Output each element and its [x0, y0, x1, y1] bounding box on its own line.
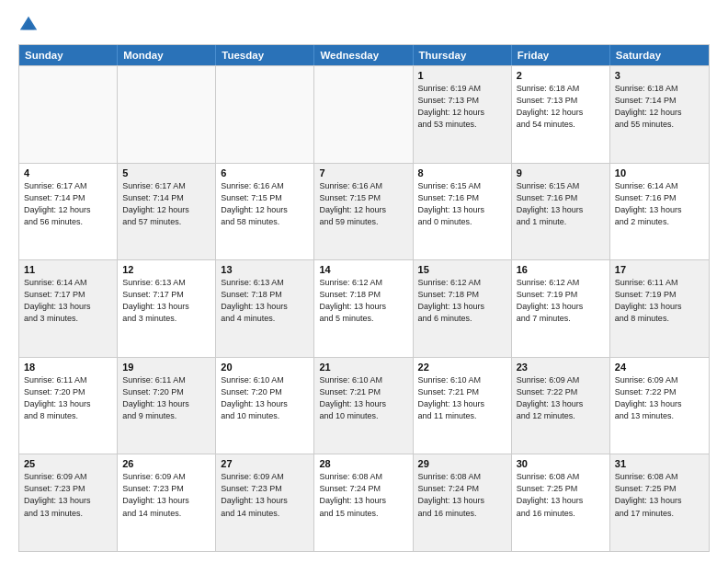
calendar-header-row: SundayMondayTuesdayWednesdayThursdayFrid… — [19, 45, 709, 65]
calendar-cell: 25Sunrise: 6:09 AM Sunset: 7:23 PM Dayli… — [19, 454, 118, 551]
cell-info: Sunrise: 6:09 AM Sunset: 7:22 PM Dayligh… — [517, 374, 605, 422]
day-header-friday: Friday — [512, 45, 610, 65]
calendar-cell: 31Sunrise: 6:08 AM Sunset: 7:25 PM Dayli… — [610, 454, 709, 551]
cell-info: Sunrise: 6:16 AM Sunset: 7:15 PM Dayligh… — [319, 180, 407, 228]
calendar-cell: 2Sunrise: 6:18 AM Sunset: 7:13 PM Daylig… — [512, 66, 610, 163]
cell-date: 4 — [24, 167, 112, 178]
calendar-cell: 30Sunrise: 6:08 AM Sunset: 7:25 PM Dayli… — [512, 454, 610, 551]
calendar-cell: 13Sunrise: 6:13 AM Sunset: 7:18 PM Dayli… — [216, 260, 314, 357]
cell-date: 21 — [319, 362, 407, 373]
cell-date: 26 — [122, 458, 210, 469]
cell-info: Sunrise: 6:17 AM Sunset: 7:14 PM Dayligh… — [122, 180, 210, 228]
cell-info: Sunrise: 6:08 AM Sunset: 7:24 PM Dayligh… — [319, 471, 407, 519]
cell-info: Sunrise: 6:09 AM Sunset: 7:23 PM Dayligh… — [24, 471, 112, 519]
cell-date: 31 — [615, 458, 704, 469]
cell-info: Sunrise: 6:10 AM Sunset: 7:21 PM Dayligh… — [319, 374, 407, 422]
calendar-cell: 7Sunrise: 6:16 AM Sunset: 7:15 PM Daylig… — [314, 164, 413, 260]
cell-date: 7 — [319, 167, 407, 178]
page: SundayMondayTuesdayWednesdayThursdayFrid… — [0, 0, 728, 563]
cell-date: 17 — [615, 264, 704, 275]
calendar-row-4: 25Sunrise: 6:09 AM Sunset: 7:23 PM Dayli… — [19, 454, 709, 551]
cell-date: 22 — [418, 362, 506, 373]
cell-date: 27 — [221, 458, 309, 469]
cell-info: Sunrise: 6:19 AM Sunset: 7:13 PM Dayligh… — [418, 83, 506, 131]
calendar-cell: 20Sunrise: 6:10 AM Sunset: 7:20 PM Dayli… — [216, 358, 314, 454]
cell-info: Sunrise: 6:09 AM Sunset: 7:23 PM Dayligh… — [122, 471, 210, 519]
calendar-cell: 29Sunrise: 6:08 AM Sunset: 7:24 PM Dayli… — [414, 454, 512, 551]
cell-date: 1 — [418, 70, 506, 81]
cell-date: 3 — [615, 70, 704, 81]
calendar-cell: 6Sunrise: 6:16 AM Sunset: 7:15 PM Daylig… — [216, 164, 314, 260]
cell-info: Sunrise: 6:10 AM Sunset: 7:21 PM Dayligh… — [418, 374, 506, 422]
calendar-cell: 1Sunrise: 6:19 AM Sunset: 7:13 PM Daylig… — [414, 66, 512, 163]
cell-date: 12 — [122, 264, 210, 275]
day-header-thursday: Thursday — [414, 45, 512, 65]
calendar-cell: 4Sunrise: 6:17 AM Sunset: 7:14 PM Daylig… — [19, 164, 118, 260]
cell-info: Sunrise: 6:08 AM Sunset: 7:25 PM Dayligh… — [615, 471, 704, 519]
cell-date: 29 — [418, 458, 506, 469]
cell-info: Sunrise: 6:16 AM Sunset: 7:15 PM Dayligh… — [221, 180, 309, 228]
cell-info: Sunrise: 6:12 AM Sunset: 7:18 PM Dayligh… — [319, 277, 407, 325]
calendar-cell: 14Sunrise: 6:12 AM Sunset: 7:18 PM Dayli… — [314, 260, 413, 357]
cell-date: 19 — [122, 362, 210, 373]
calendar-cell: 21Sunrise: 6:10 AM Sunset: 7:21 PM Dayli… — [314, 358, 413, 454]
logo — [18, 15, 42, 35]
cell-date: 30 — [517, 458, 605, 469]
cell-info: Sunrise: 6:09 AM Sunset: 7:23 PM Dayligh… — [221, 471, 309, 519]
cell-info: Sunrise: 6:11 AM Sunset: 7:20 PM Dayligh… — [122, 374, 210, 422]
cell-info: Sunrise: 6:09 AM Sunset: 7:22 PM Dayligh… — [615, 374, 704, 422]
cell-info: Sunrise: 6:12 AM Sunset: 7:18 PM Dayligh… — [418, 277, 506, 325]
cell-info: Sunrise: 6:11 AM Sunset: 7:19 PM Dayligh… — [615, 277, 704, 325]
cell-info: Sunrise: 6:10 AM Sunset: 7:20 PM Dayligh… — [221, 374, 309, 422]
day-header-sunday: Sunday — [19, 45, 118, 65]
cell-date: 18 — [24, 362, 112, 373]
cell-info: Sunrise: 6:08 AM Sunset: 7:24 PM Dayligh… — [418, 471, 506, 519]
cell-info: Sunrise: 6:15 AM Sunset: 7:16 PM Dayligh… — [517, 180, 605, 228]
cell-date: 9 — [517, 167, 605, 178]
calendar-row-3: 18Sunrise: 6:11 AM Sunset: 7:20 PM Dayli… — [19, 357, 709, 454]
calendar-cell: 19Sunrise: 6:11 AM Sunset: 7:20 PM Dayli… — [118, 358, 216, 454]
calendar-row-0: 1Sunrise: 6:19 AM Sunset: 7:13 PM Daylig… — [19, 65, 709, 163]
cell-info: Sunrise: 6:11 AM Sunset: 7:20 PM Dayligh… — [24, 374, 112, 422]
calendar-cell: 18Sunrise: 6:11 AM Sunset: 7:20 PM Dayli… — [19, 358, 118, 454]
calendar-cell: 27Sunrise: 6:09 AM Sunset: 7:23 PM Dayli… — [216, 454, 314, 551]
calendar-cell: 9Sunrise: 6:15 AM Sunset: 7:16 PM Daylig… — [512, 164, 610, 260]
calendar-cell: 23Sunrise: 6:09 AM Sunset: 7:22 PM Dayli… — [512, 358, 610, 454]
cell-date: 28 — [319, 458, 407, 469]
calendar-cell: 12Sunrise: 6:13 AM Sunset: 7:17 PM Dayli… — [118, 260, 216, 357]
cell-date: 15 — [418, 264, 506, 275]
day-header-wednesday: Wednesday — [314, 45, 413, 65]
calendar-cell — [314, 66, 413, 163]
cell-date: 23 — [517, 362, 605, 373]
calendar-cell: 24Sunrise: 6:09 AM Sunset: 7:22 PM Dayli… — [610, 358, 709, 454]
cell-date: 24 — [615, 362, 704, 373]
cell-date: 20 — [221, 362, 309, 373]
cell-date: 16 — [517, 264, 605, 275]
cell-date: 25 — [24, 458, 112, 469]
calendar-cell: 26Sunrise: 6:09 AM Sunset: 7:23 PM Dayli… — [118, 454, 216, 551]
calendar-cell: 16Sunrise: 6:12 AM Sunset: 7:19 PM Dayli… — [512, 260, 610, 357]
calendar-cell: 28Sunrise: 6:08 AM Sunset: 7:24 PM Dayli… — [314, 454, 413, 551]
cell-info: Sunrise: 6:18 AM Sunset: 7:13 PM Dayligh… — [517, 83, 605, 131]
calendar-cell — [19, 66, 118, 163]
day-header-tuesday: Tuesday — [216, 45, 314, 65]
logo-icon — [18, 15, 39, 35]
day-header-saturday: Saturday — [610, 45, 709, 65]
cell-date: 5 — [122, 167, 210, 178]
calendar-row-1: 4Sunrise: 6:17 AM Sunset: 7:14 PM Daylig… — [19, 163, 709, 260]
cell-info: Sunrise: 6:13 AM Sunset: 7:17 PM Dayligh… — [122, 277, 210, 325]
calendar-cell: 22Sunrise: 6:10 AM Sunset: 7:21 PM Dayli… — [414, 358, 512, 454]
calendar-cell: 10Sunrise: 6:14 AM Sunset: 7:16 PM Dayli… — [610, 164, 709, 260]
cell-date: 8 — [418, 167, 506, 178]
cell-info: Sunrise: 6:12 AM Sunset: 7:19 PM Dayligh… — [517, 277, 605, 325]
calendar-body: 1Sunrise: 6:19 AM Sunset: 7:13 PM Daylig… — [19, 65, 709, 551]
cell-info: Sunrise: 6:15 AM Sunset: 7:16 PM Dayligh… — [418, 180, 506, 228]
cell-info: Sunrise: 6:17 AM Sunset: 7:14 PM Dayligh… — [24, 180, 112, 228]
cell-info: Sunrise: 6:08 AM Sunset: 7:25 PM Dayligh… — [517, 471, 605, 519]
calendar-cell — [216, 66, 314, 163]
cell-date: 14 — [319, 264, 407, 275]
calendar-cell: 8Sunrise: 6:15 AM Sunset: 7:16 PM Daylig… — [414, 164, 512, 260]
cell-info: Sunrise: 6:14 AM Sunset: 7:16 PM Dayligh… — [615, 180, 704, 228]
cell-info: Sunrise: 6:18 AM Sunset: 7:14 PM Dayligh… — [615, 83, 704, 131]
cell-date: 2 — [517, 70, 605, 81]
